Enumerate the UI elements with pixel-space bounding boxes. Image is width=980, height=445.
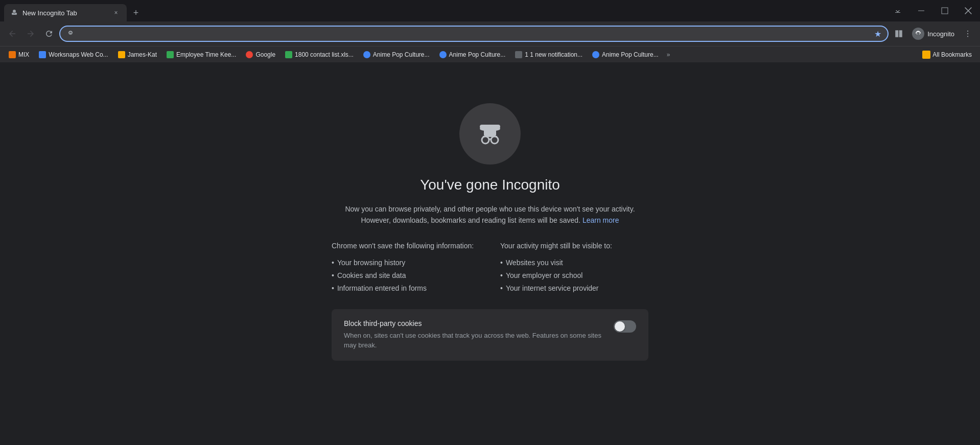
info-col-right: Your activity might still be visible to:… <box>500 241 648 295</box>
maximize-button[interactable] <box>933 0 956 21</box>
bookmark-favicon-anime2 <box>439 51 447 59</box>
list-item: Websites you visit <box>500 256 648 269</box>
toggle-thumb <box>615 321 625 332</box>
window-controls <box>886 0 980 21</box>
all-bookmarks-label: All Bookmarks <box>932 51 972 58</box>
cookie-toggle-container <box>614 320 636 333</box>
profile-label: Incognito <box>927 30 954 38</box>
svg-rect-13 <box>484 129 496 136</box>
cookie-toggle[interactable] <box>614 320 636 333</box>
svg-point-15 <box>482 136 489 144</box>
avatar <box>912 28 924 40</box>
bookmark-label-mix: MIX <box>18 51 29 58</box>
svg-point-9 <box>967 33 968 34</box>
bookmark-favicon-google <box>245 51 253 59</box>
list-item: Information entered in forms <box>332 282 480 295</box>
bookmark-item-notif[interactable]: 1 1 new notification... <box>510 49 587 61</box>
incognito-icon <box>472 115 508 152</box>
learn-more-link[interactable]: Learn more <box>582 216 619 224</box>
list-item: Your browsing history <box>332 256 480 269</box>
col-right-title: Your activity might still be visible to: <box>500 241 648 251</box>
bookmark-label-employee: Employee Time Kee... <box>176 51 236 58</box>
col-right-list: Websites you visit Your employer or scho… <box>500 256 648 295</box>
bookmark-label-anime3: Anime Pop Culture... <box>602 51 659 58</box>
svg-rect-5 <box>942 8 948 14</box>
bookmark-item-google[interactable]: Google <box>241 49 279 61</box>
back-button[interactable] <box>4 26 20 42</box>
bookmark-favicon-employee <box>166 51 174 59</box>
bookmark-favicon-anime1 <box>363 51 371 59</box>
bookmark-favicon-mix <box>8 51 16 59</box>
new-tab-button[interactable]: + <box>129 6 143 20</box>
bookmark-item-worksnaps[interactable]: Worksnaps Web Co... <box>34 49 112 61</box>
svg-rect-3 <box>12 13 16 15</box>
tab-title: New Incognito Tab <box>22 9 107 17</box>
bookmark-label-notif: 1 1 new notification... <box>525 51 582 58</box>
incognito-title: You've gone Incognito <box>420 177 560 193</box>
nav-right-controls: Incognito <box>891 26 976 42</box>
close-button[interactable] <box>956 0 980 21</box>
cookie-box: Block third-party cookies When on, sites… <box>332 309 648 361</box>
split-view-button[interactable] <box>891 26 907 42</box>
tab-close-button[interactable]: × <box>111 8 121 17</box>
all-bookmarks-button[interactable]: All Bookmarks <box>918 49 976 61</box>
bookmark-label-worksnaps: Worksnaps Web Co... <box>49 51 108 58</box>
reload-button[interactable] <box>41 26 57 42</box>
bookmark-item-anime3[interactable]: Anime Pop Culture... <box>588 49 663 61</box>
bookmark-item-james[interactable]: James-Kat <box>113 49 161 61</box>
bookmark-label-1800: 1800 contact list.xls... <box>295 51 354 58</box>
list-item: Your employer or school <box>500 269 648 282</box>
info-col-left: Chrome won't save the following informat… <box>332 241 480 295</box>
bookmark-label-anime2: Anime Pop Culture... <box>449 51 506 58</box>
bookmark-favicon-anime3 <box>592 51 600 59</box>
bookmarks-more-button[interactable]: » <box>664 49 673 60</box>
bookmark-favicon-james <box>118 51 126 59</box>
svg-point-10 <box>967 36 968 37</box>
forward-button[interactable] <box>22 26 39 42</box>
chrome-menu-button[interactable] <box>960 26 976 42</box>
svg-point-8 <box>967 31 968 32</box>
bookmark-item-1800[interactable]: 1800 contact list.xls... <box>281 49 358 61</box>
nav-bar: ★ Incognito <box>0 21 980 46</box>
active-tab[interactable]: New Incognito Tab × <box>4 4 127 21</box>
bookmark-item-anime1[interactable]: Anime Pop Culture... <box>359 49 434 61</box>
tab-favicon <box>10 9 18 17</box>
svg-rect-4 <box>918 11 924 11</box>
address-bar[interactable]: ★ <box>59 26 889 42</box>
bookmark-label-anime1: Anime Pop Culture... <box>373 51 430 58</box>
bookmark-label-james: James-Kat <box>128 51 157 58</box>
col-left-title: Chrome won't save the following informat… <box>332 241 480 251</box>
incognito-description: Now you can browse privately, and other … <box>337 203 643 226</box>
bookmark-item-mix[interactable]: MIX <box>4 49 33 61</box>
bookmark-favicon-notif <box>515 51 523 59</box>
bookmarks-bar: MIX Worksnaps Web Co... James-Kat Employ… <box>0 46 980 62</box>
bookmark-star-icon[interactable]: ★ <box>874 29 881 39</box>
cookie-title: Block third-party cookies <box>344 319 605 327</box>
incognito-icon-container <box>459 103 521 165</box>
bookmark-label-google: Google <box>255 51 275 58</box>
list-item: Cookies and site data <box>332 269 480 282</box>
bookmark-favicon-worksnaps <box>38 51 46 59</box>
info-columns: Chrome won't save the following informat… <box>332 241 648 295</box>
cookie-text: Block third-party cookies When on, sites… <box>344 319 605 350</box>
bookmark-item-anime2[interactable]: Anime Pop Culture... <box>435 49 510 61</box>
bookmark-favicon-1800 <box>285 51 293 59</box>
svg-point-16 <box>491 136 498 144</box>
minimize-button[interactable] <box>909 0 933 21</box>
page-content: You've gone Incognito Now you can browse… <box>0 62 980 445</box>
title-bar: New Incognito Tab × + <box>0 0 980 21</box>
all-bookmarks-folder-icon <box>922 51 930 59</box>
downloads-icon[interactable] <box>886 0 909 21</box>
list-item: Your internet service provider <box>500 282 648 295</box>
cookie-description: When on, sites can't use cookies that tr… <box>344 331 605 350</box>
address-favicon <box>66 30 75 38</box>
bookmark-item-employee[interactable]: Employee Time Kee... <box>162 49 240 61</box>
col-left-list: Your browsing history Cookies and site d… <box>332 256 480 295</box>
profile-button[interactable]: Incognito <box>908 26 959 42</box>
svg-point-7 <box>70 33 72 34</box>
